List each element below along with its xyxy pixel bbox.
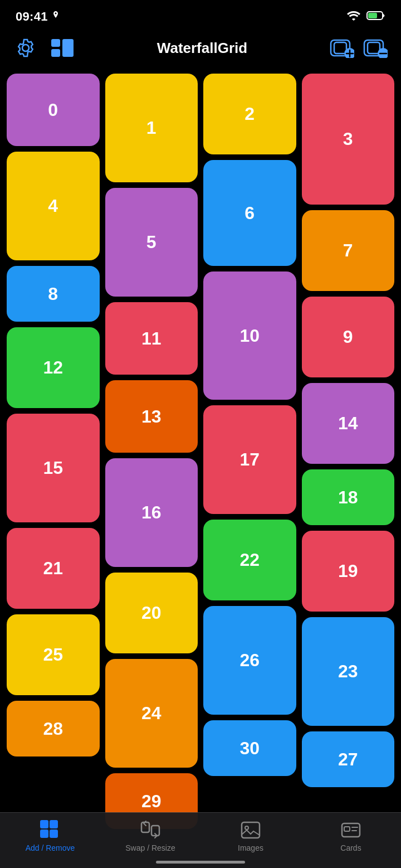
wifi-icon [346, 11, 361, 23]
card-3[interactable]: 3 [302, 74, 395, 205]
tab-images[interactable]: Images [200, 820, 301, 852]
card-24[interactable]: 24 [105, 659, 198, 768]
nav-left [13, 36, 75, 60]
waterfall-grid: 0481215212528 15111316202429 26101722263… [0, 69, 401, 868]
card-8[interactable]: 8 [7, 266, 100, 322]
tab-images-icon [241, 820, 261, 840]
nav-right [330, 36, 388, 60]
card-7[interactable]: 7 [302, 210, 395, 291]
home-indicator [156, 861, 245, 864]
card-27[interactable]: 27 [302, 731, 395, 787]
card-25[interactable]: 25 [7, 614, 100, 695]
tab-add-remove[interactable]: Add / Remove [0, 820, 100, 852]
svg-rect-4 [62, 39, 74, 57]
svg-rect-12 [40, 820, 48, 828]
grid-col-2: 261017222630 [203, 74, 296, 829]
card-18[interactable]: 18 [302, 469, 395, 525]
tab-swap-resize[interactable]: Swap / Resize [100, 820, 200, 852]
grid-col-0: 0481215212528 [7, 74, 100, 829]
svg-rect-2 [51, 39, 60, 47]
card-6[interactable]: 6 [203, 160, 296, 266]
tab-add-remove-icon [40, 820, 60, 840]
card-28[interactable]: 28 [7, 701, 100, 757]
card-17[interactable]: 17 [203, 405, 296, 514]
tab-images-label: Images [238, 843, 263, 852]
svg-rect-13 [50, 820, 58, 828]
remove-container-button[interactable] [363, 36, 388, 60]
card-26[interactable]: 26 [203, 606, 296, 715]
tab-swap-resize-label: Swap / Resize [125, 843, 175, 852]
status-icons [346, 11, 385, 23]
card-11[interactable]: 11 [105, 302, 198, 375]
svg-rect-15 [50, 830, 58, 838]
card-12[interactable]: 12 [7, 327, 100, 408]
card-14[interactable]: 14 [302, 383, 395, 464]
svg-rect-3 [51, 49, 60, 57]
tab-cards-label: Cards [340, 843, 361, 852]
card-16[interactable]: 16 [105, 458, 198, 567]
card-0[interactable]: 0 [7, 74, 100, 146]
battery-icon [366, 11, 385, 23]
card-5[interactable]: 5 [105, 188, 198, 297]
card-23[interactable]: 23 [302, 617, 395, 726]
tab-bar: Add / Remove Swap / Resize Images [0, 812, 401, 868]
card-30[interactable]: 30 [203, 720, 296, 776]
location-icon [51, 11, 60, 22]
card-20[interactable]: 20 [105, 573, 198, 653]
add-container-button[interactable] [330, 36, 354, 60]
grid-col-3: 3791418192327 [302, 74, 395, 829]
card-4[interactable]: 4 [7, 152, 100, 260]
grid-col-1: 15111316202429 [105, 74, 198, 829]
card-2[interactable]: 2 [203, 74, 296, 154]
card-15[interactable]: 15 [7, 414, 100, 522]
svg-rect-16 [141, 822, 149, 832]
svg-point-19 [245, 826, 248, 830]
svg-rect-14 [40, 830, 48, 838]
tab-cards[interactable]: Cards [301, 820, 401, 852]
card-21[interactable]: 21 [7, 528, 100, 609]
svg-rect-18 [242, 822, 260, 838]
card-22[interactable]: 22 [203, 520, 296, 600]
grid-columns: 0481215212528 15111316202429 26101722263… [0, 69, 401, 833]
status-bar: 09:41 [0, 0, 401, 30]
svg-rect-21 [344, 827, 350, 831]
card-19[interactable]: 19 [302, 531, 395, 612]
card-10[interactable]: 10 [203, 271, 296, 400]
layout-button[interactable] [50, 36, 75, 60]
nav-bar: WaterfallGrid [0, 30, 401, 69]
card-9[interactable]: 9 [302, 297, 395, 377]
settings-button[interactable] [13, 36, 38, 60]
nav-title: WaterfallGrid [157, 40, 247, 57]
tab-add-remove-label: Add / Remove [26, 843, 75, 852]
status-time: 09:41 [16, 9, 48, 24]
tab-swap-resize-icon [140, 820, 160, 840]
card-1[interactable]: 1 [105, 74, 198, 182]
svg-rect-1 [368, 13, 377, 18]
card-13[interactable]: 13 [105, 380, 198, 453]
tab-cards-icon [341, 820, 361, 840]
